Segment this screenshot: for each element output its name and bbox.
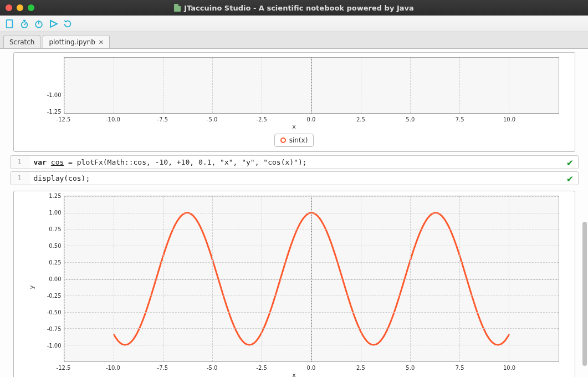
cell-line-number: 1	[11, 172, 29, 185]
tab-plotting-label: plotting.ipynb	[49, 38, 95, 46]
xtick: 7.5	[456, 116, 464, 123]
xtick: -7.5	[157, 365, 168, 371]
svg-line-4	[24, 23, 26, 25]
cell-code[interactable]: display(cos);	[29, 172, 563, 185]
ytick: 0.50	[19, 243, 62, 249]
xtick: 5.0	[406, 116, 415, 123]
xtick: 2.5	[356, 365, 365, 371]
app-doc-icon	[174, 4, 181, 12]
xtick: -5.0	[207, 116, 218, 123]
xtick: 10.0	[503, 365, 515, 371]
restart-icon[interactable]	[62, 18, 73, 29]
window-title: JTaccuino Studio - A scientific notebook…	[184, 4, 414, 12]
xtick: -12.5	[57, 365, 71, 371]
tab-bar: Scratch plotting.ipynb ✕	[0, 32, 588, 49]
notebook-content: -1.25 -1.00 -12.5-10.0-7.5-5.0-2.50.02.5…	[0, 49, 588, 377]
code-cell-1[interactable]: 1 var cos = plotFx(Math::cos, -10, +10, …	[10, 155, 579, 169]
play-icon[interactable]	[48, 18, 59, 29]
svg-point-1	[22, 22, 28, 28]
xtick: 5.0	[406, 365, 415, 371]
code-text: display(cos);	[34, 174, 90, 182]
ytick: -0.75	[19, 326, 62, 332]
ytick: 0.75	[19, 226, 62, 232]
xtick: -7.5	[157, 116, 168, 123]
keyword: var	[34, 158, 51, 166]
chart-cos: y 1.251.000.750.500.250.00-0.25-0.50-0.7…	[13, 191, 575, 377]
ytick: -1.25	[19, 109, 62, 115]
ytick: -1.00	[19, 343, 62, 349]
new-cell-icon[interactable]	[4, 18, 16, 29]
xtick: 7.5	[456, 365, 464, 371]
xtick: -2.5	[256, 365, 267, 371]
x-axis-label: x	[292, 123, 296, 130]
scrollbar-thumb[interactable]	[582, 222, 587, 366]
xtick: 2.5	[356, 116, 365, 123]
code-text: = plotFx(Math::cos, -10, +10, 0.1, "x", …	[64, 158, 306, 166]
zoom-window-button[interactable]	[28, 4, 34, 11]
ytick: 0.00	[19, 276, 62, 282]
minimize-window-button[interactable]	[17, 4, 23, 11]
close-window-button[interactable]	[6, 4, 12, 11]
code-cell-2[interactable]: 1 display(cos); ✔	[10, 171, 579, 185]
y-axis-label: y	[28, 286, 35, 289]
xtick: 0.0	[307, 365, 316, 371]
ytick: 0.25	[19, 259, 62, 266]
toolbar	[0, 16, 588, 32]
legend-marker-icon	[280, 137, 286, 143]
ytick: -1.00	[19, 92, 62, 98]
tab-scratch-label: Scratch	[9, 38, 34, 46]
xtick: -2.5	[256, 116, 267, 123]
svg-rect-0	[7, 19, 13, 27]
xtick: 0.0	[307, 116, 316, 123]
ytick: 1.00	[19, 210, 62, 216]
tab-scratch[interactable]: Scratch	[3, 35, 40, 48]
traffic-lights	[6, 4, 34, 11]
ytick: -0.25	[19, 293, 62, 299]
cell-ok-icon: ✔	[563, 172, 578, 185]
legend-sin[interactable]: sin(x)	[274, 134, 314, 147]
svg-marker-7	[50, 21, 57, 27]
xtick: -10.0	[106, 365, 120, 371]
cell-ok-icon: ✔	[563, 156, 578, 169]
variable-name: cos	[51, 158, 64, 166]
legend-sin-label: sin(x)	[289, 136, 308, 144]
chart-sin: -1.25 -1.00 -12.5-10.0-7.5-5.0-2.50.02.5…	[13, 52, 575, 152]
xtick: -12.5	[57, 116, 71, 123]
power-icon[interactable]	[33, 18, 44, 29]
x-axis-label: x	[292, 371, 296, 377]
ytick: -0.50	[19, 309, 62, 315]
xtick: -10.0	[106, 116, 120, 123]
tab-plotting[interactable]: plotting.ipynb ✕	[43, 35, 110, 48]
cell-code[interactable]: var cos = plotFx(Math::cos, -10, +10, 0.…	[29, 156, 563, 169]
cell-line-number: 1	[11, 156, 29, 169]
ytick: 1.25	[19, 193, 62, 199]
window-titlebar: JTaccuino Studio - A scientific notebook…	[0, 0, 588, 16]
xtick: -5.0	[207, 365, 218, 371]
stopwatch-icon[interactable]	[19, 18, 30, 29]
tab-close-icon[interactable]: ✕	[99, 39, 104, 46]
xtick: 10.0	[503, 116, 515, 123]
